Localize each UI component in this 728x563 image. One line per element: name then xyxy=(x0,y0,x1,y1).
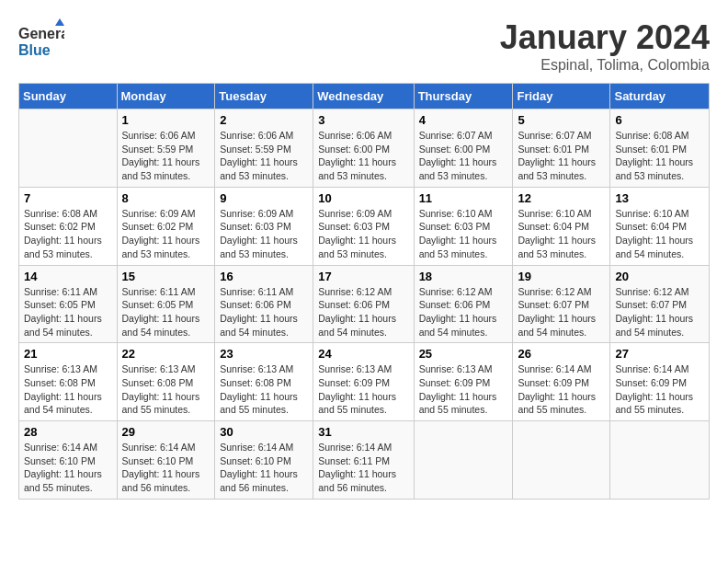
calendar-cell: 1Sunrise: 6:06 AM Sunset: 5:59 PM Daylig… xyxy=(117,109,215,188)
day-number: 6 xyxy=(615,113,704,127)
col-monday: Monday xyxy=(117,84,215,109)
day-info: Sunrise: 6:08 AM Sunset: 6:01 PM Dayligh… xyxy=(615,129,704,183)
calendar-table: Sunday Monday Tuesday Wednesday Thursday… xyxy=(18,83,710,500)
calendar-cell: 16Sunrise: 6:11 AM Sunset: 6:06 PM Dayli… xyxy=(215,265,313,343)
day-info: Sunrise: 6:13 AM Sunset: 6:09 PM Dayligh… xyxy=(419,362,508,417)
day-info: Sunrise: 6:11 AM Sunset: 6:05 PM Dayligh… xyxy=(24,285,112,339)
day-number: 18 xyxy=(419,270,508,283)
day-info: Sunrise: 6:10 AM Sunset: 6:04 PM Dayligh… xyxy=(518,207,605,261)
calendar-week-1: 7Sunrise: 6:08 AM Sunset: 6:02 PM Daylig… xyxy=(19,187,710,265)
day-info: Sunrise: 6:10 AM Sunset: 6:04 PM Dayligh… xyxy=(615,207,704,261)
day-info: Sunrise: 6:09 AM Sunset: 6:03 PM Dayligh… xyxy=(220,207,308,261)
day-info: Sunrise: 6:06 AM Sunset: 6:00 PM Dayligh… xyxy=(318,129,408,183)
calendar-cell: 18Sunrise: 6:12 AM Sunset: 6:06 PM Dayli… xyxy=(414,265,513,343)
day-info: Sunrise: 6:14 AM Sunset: 6:09 PM Dayligh… xyxy=(615,362,704,417)
calendar-cell: 29Sunrise: 6:14 AM Sunset: 6:10 PM Dayli… xyxy=(117,421,215,500)
calendar-cell: 8Sunrise: 6:09 AM Sunset: 6:02 PM Daylig… xyxy=(117,187,215,265)
day-number: 29 xyxy=(122,425,210,439)
logo-icon: General Blue xyxy=(18,18,64,64)
day-number: 11 xyxy=(419,191,508,205)
day-number: 27 xyxy=(615,347,704,361)
day-info: Sunrise: 6:12 AM Sunset: 6:06 PM Dayligh… xyxy=(318,285,408,339)
day-number: 19 xyxy=(518,270,605,283)
day-number: 24 xyxy=(318,347,408,361)
day-number: 13 xyxy=(615,191,704,205)
day-info: Sunrise: 6:10 AM Sunset: 6:03 PM Dayligh… xyxy=(419,207,508,261)
day-info: Sunrise: 6:13 AM Sunset: 6:08 PM Dayligh… xyxy=(220,362,308,417)
day-number: 1 xyxy=(122,113,210,127)
calendar-cell: 9Sunrise: 6:09 AM Sunset: 6:03 PM Daylig… xyxy=(215,187,313,265)
calendar-cell: 28Sunrise: 6:14 AM Sunset: 6:10 PM Dayli… xyxy=(19,421,118,500)
calendar-cell: 3Sunrise: 6:06 AM Sunset: 6:00 PM Daylig… xyxy=(313,109,414,188)
col-tuesday: Tuesday xyxy=(215,84,313,109)
day-number: 21 xyxy=(24,347,112,361)
calendar-cell xyxy=(610,421,710,500)
calendar-body: 1Sunrise: 6:06 AM Sunset: 5:59 PM Daylig… xyxy=(19,109,710,500)
day-info: Sunrise: 6:14 AM Sunset: 6:09 PM Dayligh… xyxy=(518,362,605,417)
day-number: 8 xyxy=(122,191,210,205)
day-info: Sunrise: 6:12 AM Sunset: 6:07 PM Dayligh… xyxy=(615,285,704,339)
calendar-cell: 21Sunrise: 6:13 AM Sunset: 6:08 PM Dayli… xyxy=(19,343,118,421)
day-number: 23 xyxy=(220,347,308,361)
svg-text:General: General xyxy=(18,26,64,41)
day-number: 2 xyxy=(220,113,308,127)
col-wednesday: Wednesday xyxy=(313,84,414,109)
day-number: 26 xyxy=(518,347,605,361)
calendar-cell: 24Sunrise: 6:13 AM Sunset: 6:09 PM Dayli… xyxy=(313,343,414,421)
calendar-cell xyxy=(513,421,610,500)
day-info: Sunrise: 6:13 AM Sunset: 6:09 PM Dayligh… xyxy=(318,362,408,417)
day-number: 28 xyxy=(24,425,112,439)
day-info: Sunrise: 6:14 AM Sunset: 6:10 PM Dayligh… xyxy=(24,441,112,495)
calendar-cell: 23Sunrise: 6:13 AM Sunset: 6:08 PM Dayli… xyxy=(215,343,313,421)
calendar-cell: 14Sunrise: 6:11 AM Sunset: 6:05 PM Dayli… xyxy=(19,265,118,343)
day-number: 15 xyxy=(122,270,210,283)
header: General Blue January 2024 Espinal, Tolim… xyxy=(18,18,710,74)
col-friday: Friday xyxy=(513,84,610,109)
day-info: Sunrise: 6:13 AM Sunset: 6:08 PM Dayligh… xyxy=(122,362,210,417)
title-area: January 2024 Espinal, Tolima, Colombia xyxy=(500,18,710,74)
calendar-cell: 31Sunrise: 6:14 AM Sunset: 6:11 PM Dayli… xyxy=(313,421,414,500)
svg-text:Blue: Blue xyxy=(18,42,51,58)
day-number: 7 xyxy=(24,191,112,205)
calendar-cell: 17Sunrise: 6:12 AM Sunset: 6:06 PM Dayli… xyxy=(313,265,414,343)
col-thursday: Thursday xyxy=(414,84,513,109)
day-number: 22 xyxy=(122,347,210,361)
day-number: 4 xyxy=(419,113,508,127)
day-info: Sunrise: 6:06 AM Sunset: 5:59 PM Dayligh… xyxy=(220,129,308,183)
day-number: 3 xyxy=(318,113,408,127)
calendar-cell: 25Sunrise: 6:13 AM Sunset: 6:09 PM Dayli… xyxy=(414,343,513,421)
calendar-cell xyxy=(414,421,513,500)
calendar-cell: 6Sunrise: 6:08 AM Sunset: 6:01 PM Daylig… xyxy=(610,109,710,188)
calendar-week-3: 21Sunrise: 6:13 AM Sunset: 6:08 PM Dayli… xyxy=(19,343,710,421)
svg-marker-2 xyxy=(55,18,64,26)
day-info: Sunrise: 6:08 AM Sunset: 6:02 PM Dayligh… xyxy=(24,207,112,261)
day-info: Sunrise: 6:14 AM Sunset: 6:11 PM Dayligh… xyxy=(318,441,408,495)
header-row: Sunday Monday Tuesday Wednesday Thursday… xyxy=(19,84,710,109)
calendar-cell: 4Sunrise: 6:07 AM Sunset: 6:00 PM Daylig… xyxy=(414,109,513,188)
day-number: 16 xyxy=(220,270,308,283)
calendar-cell: 13Sunrise: 6:10 AM Sunset: 6:04 PM Dayli… xyxy=(610,187,710,265)
calendar-cell: 27Sunrise: 6:14 AM Sunset: 6:09 PM Dayli… xyxy=(610,343,710,421)
calendar-week-0: 1Sunrise: 6:06 AM Sunset: 5:59 PM Daylig… xyxy=(19,109,710,188)
day-number: 14 xyxy=(24,270,112,283)
day-number: 5 xyxy=(518,113,605,127)
calendar-cell: 7Sunrise: 6:08 AM Sunset: 6:02 PM Daylig… xyxy=(19,187,118,265)
logo: General Blue xyxy=(18,18,64,68)
calendar-week-2: 14Sunrise: 6:11 AM Sunset: 6:05 PM Dayli… xyxy=(19,265,710,343)
day-info: Sunrise: 6:07 AM Sunset: 6:00 PM Dayligh… xyxy=(419,129,508,183)
calendar-cell: 2Sunrise: 6:06 AM Sunset: 5:59 PM Daylig… xyxy=(215,109,313,188)
calendar-cell xyxy=(19,109,118,188)
calendar-cell: 12Sunrise: 6:10 AM Sunset: 6:04 PM Dayli… xyxy=(513,187,610,265)
calendar-cell: 30Sunrise: 6:14 AM Sunset: 6:10 PM Dayli… xyxy=(215,421,313,500)
day-info: Sunrise: 6:11 AM Sunset: 6:06 PM Dayligh… xyxy=(220,285,308,339)
day-info: Sunrise: 6:14 AM Sunset: 6:10 PM Dayligh… xyxy=(122,441,210,495)
day-info: Sunrise: 6:12 AM Sunset: 6:07 PM Dayligh… xyxy=(518,285,605,339)
day-info: Sunrise: 6:09 AM Sunset: 6:02 PM Dayligh… xyxy=(122,207,210,261)
day-info: Sunrise: 6:07 AM Sunset: 6:01 PM Dayligh… xyxy=(518,129,605,183)
day-info: Sunrise: 6:09 AM Sunset: 6:03 PM Dayligh… xyxy=(318,207,408,261)
day-number: 25 xyxy=(419,347,508,361)
day-number: 10 xyxy=(318,191,408,205)
calendar-title: January 2024 xyxy=(500,18,710,57)
day-number: 9 xyxy=(220,191,308,205)
day-number: 20 xyxy=(615,270,704,283)
